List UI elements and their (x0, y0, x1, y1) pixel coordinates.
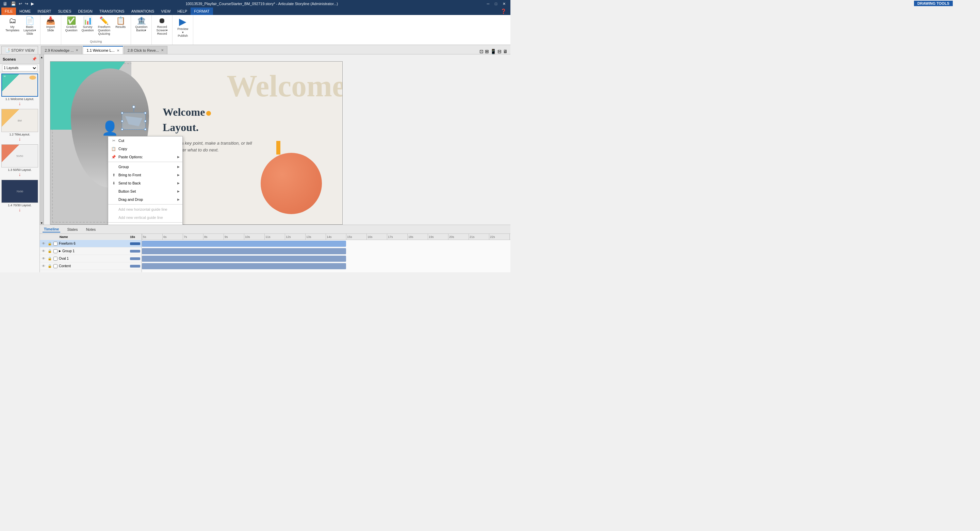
slide-thumb-4[interactable]: 70/30 (2, 180, 38, 203)
track-freeform6[interactable] (142, 241, 346, 247)
slide-thumb-3[interactable]: 50/50 (2, 144, 38, 167)
menu-slides[interactable]: SLIDES (54, 8, 75, 15)
ctx-button-set[interactable]: Button Set ▶ (108, 187, 182, 195)
ribbon-group-templates: 🗂 MyTemplates 📄 BasicLayouts▾Slide (2, 15, 40, 45)
bring-front-arrow-icon: ▶ (177, 173, 180, 177)
view-wide-icon[interactable]: 🖥 (503, 49, 508, 54)
tab-notes[interactable]: Notes (85, 227, 97, 232)
eye-icon-freeform6[interactable]: 👁 (41, 242, 46, 246)
ctx-paste-options[interactable]: 📌 Paste Options: ▶ (108, 153, 182, 161)
slide-item-2[interactable]: BM 1.2 TitleLayout. ↓ (2, 109, 38, 142)
menu-insert[interactable]: INSERT (34, 8, 54, 15)
my-templates-button[interactable]: 🗂 MyTemplates (4, 16, 21, 33)
eye-icon-oval1[interactable]: 👁 (41, 257, 46, 260)
menu-transitions[interactable]: TRANSITIONS (96, 8, 128, 15)
menu-format[interactable]: FORMAT (191, 8, 213, 15)
freeform-question-button[interactable]: ✏️ FreeformQuestionQuizzing (97, 16, 112, 36)
timeline-row-content[interactable]: 👁 🔒 Content (40, 262, 142, 270)
slide-thumb-1[interactable]: W (2, 73, 38, 97)
view-fit-icon[interactable]: ⊞ (485, 49, 489, 54)
ctx-drag-drop[interactable]: Drag and Drop ▶ (108, 195, 182, 204)
ctx-cut[interactable]: ✂ Cut (108, 137, 182, 145)
scenes-panel: Scenes 📌 1 Layouts W 1.1 Welcome Layout.… (0, 54, 40, 272)
track-group1[interactable] (142, 248, 346, 254)
eye-icon-group1[interactable]: 👁 (41, 249, 46, 253)
tick-23s: 23s (509, 234, 511, 240)
group1-expand-icon[interactable]: ▶ (59, 249, 61, 253)
track-oval1[interactable] (142, 256, 346, 262)
tab-knowledge[interactable]: 2.9 Knowledge ... ✕ (41, 46, 82, 54)
save-button[interactable]: 💾 (10, 2, 17, 6)
tab-click-to-reveal[interactable]: 2.8 Click to Reve... ✕ (124, 46, 167, 54)
view-normal-icon[interactable]: ⊡ (479, 49, 484, 54)
graded-question-button[interactable]: ✅ GradedQuestion (64, 16, 79, 33)
minimize-button[interactable]: ─ (485, 2, 492, 6)
preview-quick-btn[interactable]: ▶ (30, 2, 35, 6)
question-banks-button[interactable]: 🏦 QuestionBanks▾ (134, 16, 149, 33)
menu-view[interactable]: VIEW (158, 8, 174, 15)
lock-icon-freeform6[interactable]: 🔒 (47, 242, 52, 246)
close-tab-welcome[interactable]: ✕ (117, 49, 119, 53)
close-button[interactable]: ✕ (501, 2, 508, 6)
ctx-edit-text[interactable]: ✏ Edit Text (108, 223, 182, 225)
lock-icon-group1[interactable]: 🔒 (47, 249, 52, 253)
timeline-row-oval1[interactable]: 👁 🔒 Oval 1 (40, 255, 142, 262)
story-view-tab[interactable]: 📑 STORY VIEW (2, 46, 38, 54)
tab-timeline[interactable]: Timeline (43, 226, 60, 233)
import-slide-button[interactable]: 📥 ImportSlide (43, 16, 58, 33)
survey-icon: 📊 (83, 17, 92, 24)
freeform-selection[interactable] (122, 113, 146, 130)
check-freeform6[interactable] (53, 242, 57, 246)
tab-states[interactable]: States (66, 227, 79, 232)
slide-orange-circle[interactable] (261, 153, 322, 214)
slide-arrow-3: ↓ (2, 172, 38, 177)
preview-button[interactable]: ▶ Preview▾Publish (175, 16, 190, 38)
help-icon[interactable]: ❓ (498, 8, 509, 14)
menu-design[interactable]: DESIGN (75, 8, 96, 15)
ctx-copy[interactable]: 📋 Copy (108, 145, 182, 153)
check-content[interactable] (53, 264, 57, 268)
layouts-dropdown[interactable]: 1 Layouts (2, 65, 37, 72)
maximize-button[interactable]: □ (493, 2, 499, 6)
window-title: 10013539_Playfair_CourseStarter_BM_09271… (39, 2, 485, 6)
lock-icon-oval1[interactable]: 🔒 (47, 257, 52, 260)
check-oval1[interactable] (53, 257, 57, 261)
slide-thumb-2[interactable]: BM (2, 109, 38, 132)
basic-layouts-button[interactable]: 📄 BasicLayouts▾Slide (22, 16, 37, 36)
timeline-header: Timeline States Notes ⊡ 📌 (40, 225, 511, 234)
lock-icon-content[interactable]: 🔒 (47, 264, 52, 268)
timeline-row-freeform6[interactable]: 👁 🔒 Freeform 6 (40, 240, 142, 247)
results-button[interactable]: 📋 Results (113, 16, 128, 29)
ctx-group[interactable]: Group ▶ (108, 163, 182, 171)
view-dual-icon[interactable]: ⊟ (498, 49, 501, 54)
tick-12s: 12s (285, 234, 305, 240)
slide-item-4[interactable]: 70/30 1.4 70/30 Layout. ↓ (2, 180, 38, 212)
redo-button[interactable]: ↪ (24, 2, 29, 6)
check-group1[interactable] (53, 249, 57, 253)
freeform-label: FreeformQuestionQuizzing (98, 25, 111, 35)
scroll-up-button[interactable]: ▲ (40, 56, 43, 59)
menu-home[interactable]: HOME (16, 8, 34, 15)
tl-bar-oval1 (130, 257, 140, 260)
close-tab-knowledge[interactable]: ✕ (76, 48, 78, 52)
menu-animations[interactable]: ANIMATIONS (128, 8, 158, 15)
survey-question-button[interactable]: 📊 SurveyQuestion (80, 16, 95, 33)
slide-canvas[interactable]: Welcome 👤 (50, 61, 343, 225)
record-screen-button[interactable]: ⏺ RecordScreen▾Record (154, 16, 169, 36)
eye-icon-content[interactable]: 👁 (41, 264, 46, 268)
slide-item-1[interactable]: W 1.1 Welcome Layout. ↓ (2, 73, 38, 106)
ctx-bring-to-front[interactable]: ⬆ Bring to Front ▶ (108, 171, 182, 179)
scroll-down-button[interactable]: ▼ (40, 222, 43, 225)
results-icon: 📋 (116, 17, 125, 24)
ctx-send-to-back[interactable]: ⬇ Send to Back ▶ (108, 179, 182, 187)
menu-help[interactable]: HELP (174, 8, 191, 15)
scenes-pin-icon[interactable]: 📌 (32, 57, 37, 61)
menu-file[interactable]: FILE (2, 8, 16, 15)
view-mobile-icon[interactable]: 📱 (490, 49, 496, 54)
tab-welcome[interactable]: 1.1 Welcome L... ✕ (83, 46, 123, 54)
slide-item-3[interactable]: 50/50 1.3 50/50 Layout. ↓ (2, 144, 38, 177)
timeline-row-group1[interactable]: 👁 🔒 ▶ Group 1 (40, 247, 142, 255)
track-content[interactable] (142, 263, 346, 269)
close-tab-click[interactable]: ✕ (161, 48, 164, 52)
undo-button[interactable]: ↩ (18, 2, 23, 6)
